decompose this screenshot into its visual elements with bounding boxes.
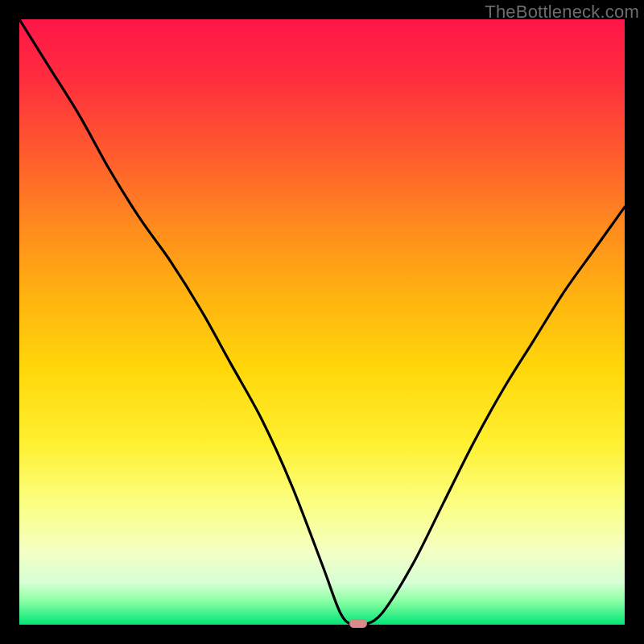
sweet-spot-marker — [349, 619, 367, 628]
bottleneck-curve — [19, 19, 625, 625]
watermark-text: TheBottleneck.com — [485, 2, 639, 23]
chart-stage: TheBottleneck.com — [0, 0, 644, 644]
chart-plot-area — [19, 19, 625, 625]
